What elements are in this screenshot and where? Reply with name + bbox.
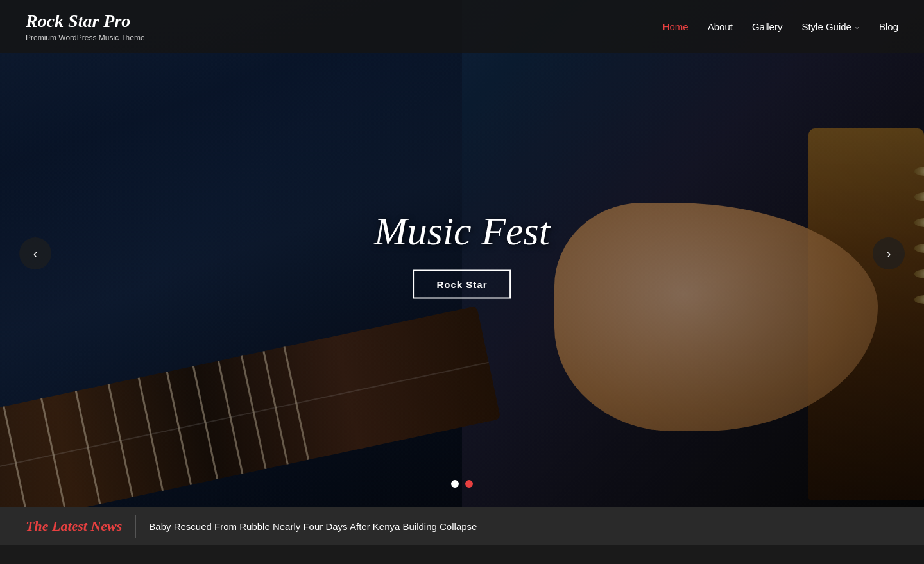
site-header: Rock Star Pro Premium WordPress Music Th… [0,0,924,53]
nav-blog[interactable]: Blog [879,21,898,32]
nav-style-guide[interactable]: Style Guide ⌄ [801,21,860,32]
nav-about[interactable]: About [708,21,733,32]
slider-dot-1[interactable] [451,480,459,488]
slider-dot-2[interactable] [465,480,473,488]
slide-content: Music Fest Rock Star [374,209,550,299]
news-ticker: The Latest News Baby Rescued From Rubble… [0,507,924,545]
next-arrow-icon: › [887,246,891,261]
news-label: The Latest News [26,518,122,534]
site-title: Rock Star Pro [26,10,145,32]
prev-arrow-icon: ‹ [33,246,38,261]
nav-gallery[interactable]: Gallery [752,21,783,32]
logo: Rock Star Pro Premium WordPress Music Th… [26,10,145,42]
news-divider [135,515,136,538]
slide-title: Music Fest [374,209,550,254]
chevron-down-icon: ⌄ [854,22,860,31]
slider-dots [451,480,473,488]
main-nav: Home About Gallery Style Guide ⌄ Blog [663,21,898,32]
news-headline: Baby Rescued From Rubble Nearly Four Day… [149,521,477,532]
hero-slider: Music Fest Rock Star ‹ › [0,0,924,507]
nav-home[interactable]: Home [663,21,689,32]
slider-prev-button[interactable]: ‹ [19,237,51,269]
site-subtitle: Premium WordPress Music Theme [26,33,145,42]
slide-button[interactable]: Rock Star [413,270,511,299]
slider-next-button[interactable]: › [873,237,905,269]
